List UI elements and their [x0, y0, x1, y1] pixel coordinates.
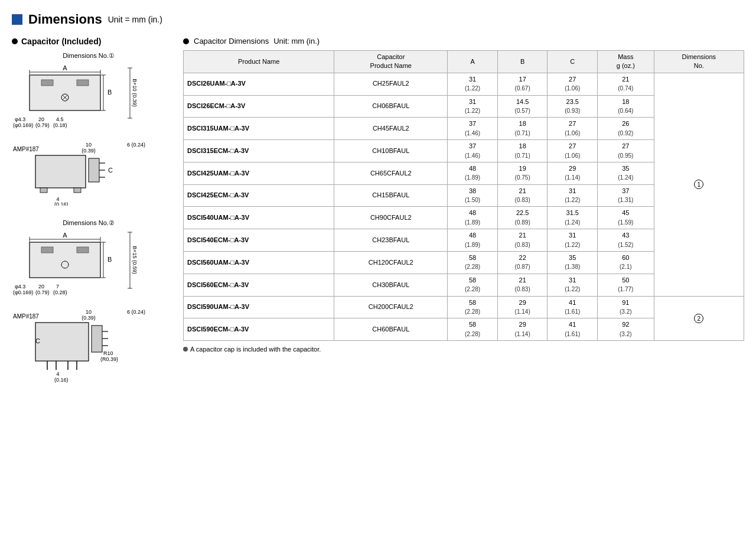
cell-cap-product: CH120CFAUL2 [334, 252, 448, 274]
cell-dim-no: 2 [654, 296, 744, 341]
svg-text:B: B [107, 256, 112, 263]
cell-cap-product: CH60BFAUL [334, 318, 448, 341]
cell-a: 31(1.22) [448, 95, 498, 118]
col-header-cap-product: CapacitorProduct Name [334, 51, 448, 73]
cell-product-name: DSCI590ECM-□A-3V [184, 318, 334, 341]
cell-mass: 18(0.64) [598, 95, 654, 118]
svg-text:(0.79): (0.79) [35, 122, 50, 128]
svg-text:(R0.39): (R0.39) [100, 356, 118, 362]
table-row: DSCI26UAM-□A-3VCH25FAUL231(1.22)17(0.67)… [184, 73, 744, 95]
diagram-no2: Dimensions No.② A B B+ [12, 219, 165, 386]
cell-b: 21(0.83) [497, 229, 548, 252]
cap-dim-unit: Unit: mm (in.) [273, 37, 320, 45]
svg-text:7: 7 [56, 284, 59, 289]
cap-dim-bullet [183, 38, 189, 44]
cell-mass: 92(3.2) [598, 318, 654, 341]
svg-text:AMP#187: AMP#187 [13, 146, 39, 152]
svg-rect-64 [35, 323, 89, 361]
col-header-b: B [497, 51, 548, 73]
svg-rect-28 [35, 155, 86, 188]
cell-cap-product: CH06BFAUL [334, 95, 448, 118]
cell-b: 18(0.71) [497, 118, 548, 140]
diagram-no1: Dimensions No.① A B [12, 52, 165, 207]
capacitor-heading: Capacitor (Included) [12, 37, 165, 46]
cell-a: 38(1.50) [448, 184, 498, 207]
cell-mass: 60(2.1) [598, 252, 654, 274]
svg-text:4.5: 4.5 [56, 116, 64, 122]
cell-product-name: DSCI540UAM-□A-3V [184, 207, 334, 229]
cell-c: 23.5(0.93) [548, 95, 598, 118]
cell-b: 17(0.67) [497, 73, 548, 95]
footnote-bullet [183, 347, 188, 352]
cell-product-name: DSCI315UAM-□A-3V [184, 118, 334, 140]
cell-a: 37(1.46) [448, 140, 498, 162]
cell-product-name: DSCI425UAM-□A-3V [184, 162, 334, 184]
svg-rect-29 [40, 188, 47, 193]
svg-rect-4 [30, 75, 100, 110]
cap-dim-heading: Capacitor Dimensions Unit: mm (in.) [183, 37, 744, 45]
svg-rect-42 [30, 242, 100, 278]
cell-mass: 26(0.92) [598, 118, 654, 140]
svg-text:6 (0.24): 6 (0.24) [127, 309, 145, 315]
svg-text:φ4.3: φ4.3 [15, 284, 25, 289]
svg-text:(0.18): (0.18) [53, 122, 67, 128]
cell-c: 29(1.14) [548, 162, 598, 184]
bullet-circle [12, 38, 18, 44]
cell-c: 27(1.06) [548, 73, 598, 95]
cap-dim-heading-text: Capacitor Dimensions [194, 37, 269, 45]
svg-rect-43 [41, 247, 53, 253]
cell-mass: 21(0.74) [598, 73, 654, 95]
cell-c: 27(1.06) [548, 140, 598, 162]
svg-text:(φ0.169): (φ0.169) [13, 122, 33, 128]
dim-no1-label: Dimensions No.① [12, 52, 165, 60]
cell-a: 58(2.28) [448, 318, 498, 341]
cell-c: 35(1.38) [548, 252, 598, 274]
svg-rect-44 [77, 247, 89, 253]
cell-mass: 35(1.24) [598, 162, 654, 184]
svg-text:B+10 (0.39): B+10 (0.39) [132, 79, 138, 106]
svg-text:R10: R10 [103, 350, 113, 356]
svg-text:C: C [35, 337, 40, 344]
cell-b: 22(0.87) [497, 252, 548, 274]
svg-text:10: 10 [86, 309, 92, 315]
cell-cap-product: CH10BFAUL [334, 140, 448, 162]
cell-b: 29(1.14) [497, 296, 548, 318]
cell-c: 41(1.61) [548, 318, 598, 341]
cell-cap-product: CH15BFAUL [334, 184, 448, 207]
cell-cap-product: CH23BFAUL [334, 229, 448, 252]
cell-c: 27(1.06) [548, 118, 598, 140]
svg-text:φ4.3: φ4.3 [15, 116, 25, 122]
main-layout: Capacitor (Included) Dimensions No.① A [12, 37, 744, 398]
svg-text:(0.16): (0.16) [54, 201, 69, 206]
cell-a: 58(2.28) [448, 296, 498, 318]
svg-text:A: A [63, 64, 67, 71]
cell-cap-product: CH30BFAUL [334, 274, 448, 296]
svg-text:20: 20 [38, 284, 44, 289]
svg-text:(0.39): (0.39) [82, 148, 96, 154]
cell-a: 31(1.22) [448, 73, 498, 95]
cell-product-name: DSCI425ECM-□A-3V [184, 184, 334, 207]
cell-cap-product: CH90CFAUL2 [334, 207, 448, 229]
cell-mass: 45(1.59) [598, 207, 654, 229]
cell-product-name: DSCI26UAM-□A-3V [184, 73, 334, 95]
cell-cap-product: CH200CFAUL2 [334, 296, 448, 318]
svg-rect-31 [89, 158, 99, 182]
svg-text:4: 4 [56, 371, 59, 377]
svg-text:B+15 (0.59): B+15 (0.59) [132, 246, 138, 274]
page-title-unit: Unit = mm (in.) [108, 15, 162, 24]
col-header-a: A [448, 51, 498, 73]
cell-product-name: DSCI315ECM-□A-3V [184, 140, 334, 162]
page-title-bar: Dimensions Unit = mm (in.) [12, 12, 744, 27]
diagram-amp187-bottom: AMP#187 10 (0.39) 6 (0.24) [12, 308, 159, 385]
cell-b: 29(1.14) [497, 318, 548, 341]
cell-a: 48(1.89) [448, 229, 498, 252]
svg-text:(0.16): (0.16) [54, 377, 69, 383]
col-header-c: C [548, 51, 598, 73]
footnote-text: A capacitor cap is included with the cap… [190, 346, 321, 353]
cell-mass: 43(1.52) [598, 229, 654, 252]
cell-a: 37(1.46) [448, 118, 498, 140]
left-diagrams-section: Capacitor (Included) Dimensions No.① A [12, 37, 165, 398]
svg-text:10: 10 [86, 142, 92, 148]
svg-text:(φ0.169): (φ0.169) [13, 289, 33, 295]
cell-a: 48(1.89) [448, 162, 498, 184]
